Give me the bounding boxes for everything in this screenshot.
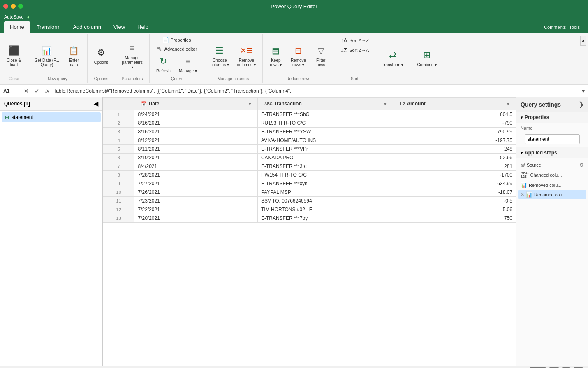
applied-steps-section-header[interactable]: ▾ Applied steps — [516, 147, 588, 158]
table-row[interactable]: 11 7/23/2021 SSV TO: 00766246594 -0.5 — [103, 197, 516, 205]
query-item-statement[interactable]: ⊞ statement — [2, 112, 101, 122]
formula-input[interactable]: Table.RenameColumns(#"Removed columns", … — [53, 88, 579, 94]
step-source-label: Source — [527, 163, 541, 168]
sort-desc-button[interactable]: ↓Z Sort Z→A — [338, 46, 371, 55]
manage-columns-label: Manage columns — [218, 75, 249, 81]
col-header-date[interactable]: 📅 Date ▾ — [134, 98, 257, 110]
get-data-button[interactable]: 📊 Get Data (P...Query) — [31, 42, 63, 69]
tab-home[interactable]: Home — [4, 21, 30, 33]
row-amount: 790.99 — [393, 128, 516, 136]
row-number: 5 — [103, 145, 134, 154]
enter-data-icon: 📋 — [67, 44, 81, 57]
table-row[interactable]: 1 8/24/2021 E-TRANSFER ***SbG 604.5 — [103, 110, 516, 119]
data-table-container[interactable]: 📅 Date ▾ ABC Transaction ▾ — [103, 97, 516, 366]
step-removed-icon: 📊 — [521, 182, 527, 188]
status-bar: Columns: 3 Rows: 13 Step ⊞ ≡ ⊟ — [0, 366, 588, 368]
applied-steps-chevron: ▾ — [521, 150, 523, 156]
amount-col-dropdown[interactable]: ▾ — [507, 102, 509, 106]
table-row[interactable]: 9 7/27/2021 E-TRANSFER ***xyn 634.99 — [103, 179, 516, 188]
close-button[interactable] — [3, 4, 8, 9]
confirm-formula-icon[interactable]: ✓ — [33, 87, 41, 95]
row-date: 7/26/2021 — [134, 188, 257, 197]
tab-view[interactable]: View — [108, 21, 131, 33]
ribbon-group-parameters: ≡ Manageparameters ▾ Parameters — [115, 34, 150, 83]
get-data-icon: 📊 — [40, 44, 53, 57]
row-date: 8/16/2021 — [134, 128, 257, 136]
row-number: 4 — [103, 136, 134, 145]
comments-label[interactable]: Comments — [544, 25, 566, 30]
transaction-col-dropdown[interactable]: ▾ — [384, 102, 386, 106]
advanced-editor-icon: ✎ — [156, 46, 163, 52]
row-amount: 281 — [393, 162, 516, 171]
close-load-button[interactable]: ⬛ Close &load — [3, 42, 24, 69]
window-controls[interactable] — [3, 4, 23, 9]
ribbon-group-combine: ⊞ Combine ▾ — [410, 34, 443, 83]
manage-parameters-button[interactable]: ≡ Manageparameters ▾ — [118, 40, 146, 71]
fx-label: fx — [44, 88, 51, 94]
choose-columns-button[interactable]: ☰ Choosecolumns ▾ — [207, 42, 232, 69]
keep-rows-button[interactable]: ▤ Keeprows ▾ — [266, 42, 286, 69]
choose-columns-icon: ☰ — [213, 44, 226, 57]
tab-help[interactable]: Help — [132, 21, 154, 33]
table-row[interactable]: 10 7/26/2021 PAYPAL MSP -18.07 — [103, 188, 516, 197]
advanced-editor-button[interactable]: ✎ Advanced editor — [154, 45, 200, 53]
tab-add-column[interactable]: Add column — [67, 21, 107, 33]
table-row[interactable]: 7 8/4/2021 E-TRANSFER ***3rc 281 — [103, 162, 516, 171]
date-col-dropdown[interactable]: ▾ — [249, 102, 251, 106]
step-removed-columns[interactable]: 📊 Removed colu... — [518, 180, 586, 190]
row-number: 3 — [103, 128, 134, 136]
row-date: 7/23/2021 — [134, 197, 257, 205]
enter-data-button[interactable]: 📋 Enterdata — [64, 42, 84, 69]
minimize-button[interactable] — [11, 4, 16, 9]
sort-asc-button[interactable]: ↑A Sort A→Z — [338, 36, 371, 45]
sort-group-label: Sort — [351, 75, 358, 81]
formula-expand-button[interactable]: ▾ — [582, 88, 585, 94]
col-header-transaction[interactable]: ABC Transaction ▾ — [257, 98, 393, 110]
table-body: 1 8/24/2021 E-TRANSFER ***SbG 604.5 2 8/… — [103, 110, 516, 223]
table-row[interactable]: 2 8/16/2021 RU193 TFR-TO C/C -790 — [103, 119, 516, 128]
table-row[interactable]: 6 8/10/2021 CANADA PRO 52.66 — [103, 154, 516, 162]
row-date: 7/22/2021 — [134, 205, 257, 214]
window-title: Power Query Editor — [271, 3, 317, 9]
step-source-settings[interactable]: ⚙ — [579, 162, 584, 168]
remove-columns-button[interactable]: ✕☰ Removecolumns ▾ — [234, 42, 259, 69]
cell-reference: A1 — [3, 88, 20, 94]
row-transaction: PAYPAL MSP — [257, 188, 393, 197]
row-number: 12 — [103, 205, 134, 214]
manage-button[interactable]: ≡ Manage ▾ — [176, 53, 200, 75]
row-number: 1 — [103, 110, 134, 119]
transform-button[interactable]: ⇄ Transform ▾ — [378, 47, 407, 69]
table-row[interactable]: 5 8/11/2021 E-TRANSFER ***VPr 248 — [103, 145, 516, 154]
queries-panel-collapse[interactable]: ◀ — [94, 100, 98, 107]
step-renamed-label: Renamed colu... — [534, 192, 567, 197]
filter-rows-button[interactable]: ▽ Filterrows — [311, 42, 331, 69]
tools-label[interactable]: Tools — [569, 25, 580, 30]
options-button[interactable]: ⚙ Options — [91, 44, 111, 66]
query-settings-close[interactable]: ❯ — [579, 100, 584, 108]
table-row[interactable]: 8 7/28/2021 HW154 TFR-TO C/C -1700 — [103, 171, 516, 179]
row-transaction: AVIVA-HOME/AUTO INS — [257, 136, 393, 145]
step-renamed-delete[interactable]: ✕ — [521, 192, 524, 197]
row-number: 8 — [103, 171, 134, 179]
properties-name-area: Name — [516, 123, 588, 147]
ribbon-collapse-button[interactable]: ∧ — [580, 36, 586, 46]
tab-transform[interactable]: Transform — [31, 21, 67, 33]
properties-section-header[interactable]: ▾ Properties — [516, 112, 588, 123]
step-source[interactable]: ⛁ Source ⚙ — [518, 160, 586, 170]
cancel-formula-icon[interactable]: ✕ — [22, 87, 30, 95]
col-header-amount[interactable]: 1.2 Amount ▾ — [393, 98, 516, 110]
table-row[interactable]: 13 7/20/2021 E-TRANSFER ***7by 750 — [103, 214, 516, 223]
properties-button[interactable]: 📄 Properties — [154, 36, 200, 44]
remove-rows-button[interactable]: ⊟ Removerows ▾ — [287, 42, 309, 69]
table-row[interactable]: 12 7/22/2021 TIM HORTONS #02 _F -5.06 — [103, 205, 516, 214]
refresh-button[interactable]: ↻ Refresh — [153, 53, 174, 75]
table-row[interactable]: 4 8/12/2021 AVIVA-HOME/AUTO INS -197.75 — [103, 136, 516, 145]
step-changed-columns[interactable]: ABC123 Changed colu... — [518, 170, 586, 180]
combine-button[interactable]: ⊞ Combine ▾ — [414, 47, 440, 69]
maximize-button[interactable] — [18, 4, 23, 9]
step-renamed-columns[interactable]: ✕ 📊 Renamed colu... — [518, 190, 586, 199]
table-row[interactable]: 3 8/16/2021 E-TRANSFER ***YSW 790.99 — [103, 128, 516, 136]
row-date: 8/11/2021 — [134, 145, 257, 154]
row-number: 9 — [103, 179, 134, 188]
query-name-input[interactable] — [525, 134, 580, 144]
